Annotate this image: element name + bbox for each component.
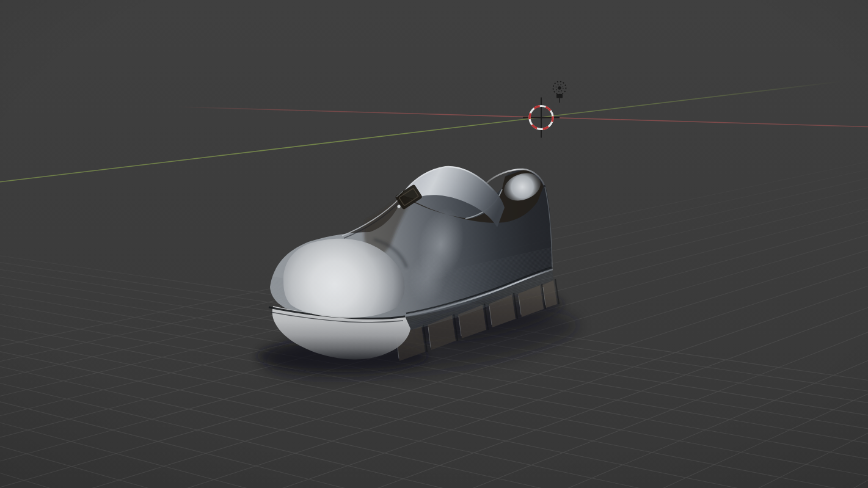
viewport-canvas[interactable] bbox=[0, 0, 868, 488]
buckle-pin bbox=[397, 205, 400, 208]
light-bulb-socket bbox=[556, 94, 563, 98]
light-center-dot bbox=[558, 86, 561, 89]
blender-3d-viewport[interactable] bbox=[0, 0, 868, 488]
